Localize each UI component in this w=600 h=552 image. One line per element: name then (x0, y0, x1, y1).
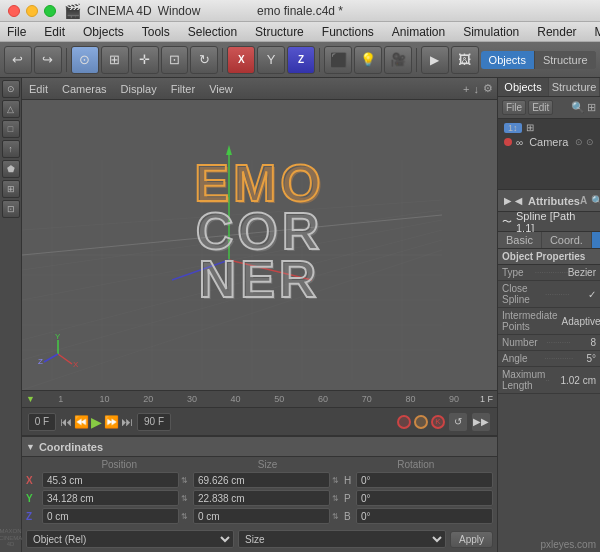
live-selection-button[interactable]: ⊙ (71, 46, 99, 74)
menu-render[interactable]: Render (534, 25, 579, 39)
coord-z-size[interactable] (193, 508, 330, 524)
menu-animation[interactable]: Animation (389, 25, 448, 39)
nav-last[interactable]: ⏭ (121, 415, 133, 429)
scale-button[interactable]: ⊡ (161, 46, 189, 74)
coordinates-header[interactable]: ▼ Coordinates (22, 437, 497, 457)
sidebar-btn-1[interactable]: ⊙ (2, 80, 20, 98)
coord-y-size-arrows[interactable]: ⇅ (332, 494, 342, 503)
coord-z-size-arrows[interactable]: ⇅ (332, 512, 342, 521)
tab-structure-panel[interactable]: Structure (549, 78, 600, 96)
vp-icon-down[interactable]: ↓ (474, 83, 480, 95)
coord-x-arrows[interactable]: ⇅ (181, 476, 191, 485)
sidebar-btn-2[interactable]: △ (2, 100, 20, 118)
window-controls (8, 5, 56, 17)
window-menu[interactable]: Window (158, 4, 201, 18)
rotate-button[interactable]: ↻ (190, 46, 218, 74)
end-frame-input[interactable] (137, 413, 171, 431)
objects-file-btn[interactable]: File (502, 100, 526, 115)
object-camera[interactable]: ∞ Camera ⊙ ⊙ (500, 134, 598, 150)
objects-edit-btn[interactable]: Edit (528, 100, 553, 115)
axis-y-button[interactable]: Y (257, 46, 285, 74)
axis-z-button[interactable]: Z (287, 46, 315, 74)
redo-button[interactable]: ↪ (34, 46, 62, 74)
autokey-btn[interactable] (414, 415, 428, 429)
coord-y-pos[interactable] (42, 490, 179, 506)
axis-widget: X Y Z (38, 334, 78, 374)
tab-objects[interactable]: Objects (481, 51, 535, 69)
coord-z-arrows[interactable]: ⇅ (181, 512, 191, 521)
nav-next[interactable]: ⏩ (104, 415, 119, 429)
coord-y-size[interactable] (193, 490, 330, 506)
obj-search-icon[interactable]: 🔍 (571, 101, 585, 114)
vp-edit-btn[interactable]: Edit (26, 83, 51, 95)
current-frame-input[interactable] (28, 413, 56, 431)
playmode-btn[interactable]: ▶▶ (471, 412, 491, 432)
vp-icon-gear[interactable]: ⚙ (483, 82, 493, 95)
render-active-button[interactable]: ▶ (421, 46, 449, 74)
coord-h-rot[interactable] (356, 472, 493, 488)
tl-mark-60: 60 (301, 394, 345, 404)
menu-tools[interactable]: Tools (139, 25, 173, 39)
object-rel-select[interactable]: Object (Rel) (26, 530, 234, 548)
sidebar-btn-5[interactable]: ⬟ (2, 160, 20, 178)
menu-functions[interactable]: Functions (319, 25, 377, 39)
attr-tab-coord[interactable]: Coord. (542, 232, 592, 248)
sidebar-btn-3[interactable]: □ (2, 120, 20, 138)
coord-y-arrows[interactable]: ⇅ (181, 494, 191, 503)
add-camera-button[interactable]: 🎥 (384, 46, 412, 74)
coord-h-label: H (344, 475, 354, 486)
coord-p-rot[interactable] (356, 490, 493, 506)
menu-objects[interactable]: Objects (80, 25, 127, 39)
rect-selection-button[interactable]: ⊞ (101, 46, 129, 74)
record-btn[interactable] (397, 415, 411, 429)
maximize-button[interactable] (44, 5, 56, 17)
obj-filter-icon[interactable]: ⊞ (587, 101, 596, 114)
sidebar-btn-7[interactable]: ⊡ (2, 200, 20, 218)
3d-viewport[interactable]: Perspective (22, 100, 497, 390)
apply-button[interactable]: Apply (450, 531, 493, 548)
menu-edit[interactable]: Edit (41, 25, 68, 39)
menu-selection[interactable]: Selection (185, 25, 240, 39)
vp-cameras-btn[interactable]: Cameras (59, 83, 110, 95)
axis-x-button[interactable]: X (227, 46, 255, 74)
menu-mograph[interactable]: MoGraph (592, 25, 600, 39)
move-button[interactable]: ✛ (131, 46, 159, 74)
coord-x-size[interactable] (193, 472, 330, 488)
window-title: emo finale.c4d * (257, 4, 343, 18)
vp-view-btn[interactable]: View (206, 83, 236, 95)
attr-tab-object[interactable]: Object (592, 232, 600, 248)
vp-display-btn[interactable]: Display (118, 83, 160, 95)
tab-objects-panel[interactable]: Objects (498, 78, 549, 96)
vp-filter-btn[interactable]: Filter (168, 83, 198, 95)
coord-x-pos[interactable] (42, 472, 179, 488)
close-button[interactable] (8, 5, 20, 17)
attr-icon-1[interactable]: A (580, 195, 587, 206)
render-viewer-button[interactable]: 🖼 (451, 46, 479, 74)
add-light-button[interactable]: 💡 (354, 46, 382, 74)
loop-btn[interactable]: ↺ (448, 412, 468, 432)
coord-b-rot[interactable] (356, 508, 493, 524)
camera-visibility[interactable]: ⊙ ⊙ (575, 137, 594, 147)
tab-structure[interactable]: Structure (535, 51, 596, 69)
sidebar-btn-4[interactable]: ↑ (2, 140, 20, 158)
nav-play[interactable]: ▶ (91, 414, 102, 430)
menu-file[interactable]: File (4, 25, 29, 39)
key-btn[interactable]: K (431, 415, 445, 429)
undo-button[interactable]: ↩ (4, 46, 32, 74)
nav-prev[interactable]: ⏪ (74, 415, 89, 429)
coord-z-pos[interactable] (42, 508, 179, 524)
attr-tab-basic[interactable]: Basic (498, 232, 542, 248)
menu-structure[interactable]: Structure (252, 25, 307, 39)
sidebar-btn-6[interactable]: ⊞ (2, 180, 20, 198)
attr-angle-dots: ············· (544, 354, 586, 363)
attr-icon-2[interactable]: 🔍 (591, 195, 600, 206)
timeline-markers[interactable]: 1 10 20 30 40 50 60 70 80 90 (39, 394, 476, 404)
coord-x-size-arrows[interactable]: ⇅ (332, 476, 342, 485)
add-cube-button[interactable]: ⬛ (324, 46, 352, 74)
vp-icon-lock[interactable]: + (463, 83, 469, 95)
size-select[interactable]: Size (238, 530, 446, 548)
attr-subtitle: 〜 Spline [Path 1.1] (498, 212, 600, 232)
menu-simulation[interactable]: Simulation (460, 25, 522, 39)
minimize-button[interactable] (26, 5, 38, 17)
nav-first[interactable]: ⏮ (60, 415, 72, 429)
